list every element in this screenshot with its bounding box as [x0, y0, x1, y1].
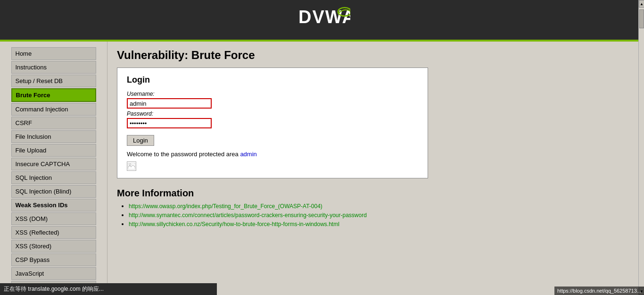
sidebar-item-csrf[interactable]: CSRF: [11, 117, 96, 129]
dvwa-logo: DVWA: [294, 3, 350, 36]
more-info-link[interactable]: http://www.sillychicken.co.nz/Security/h…: [129, 221, 339, 228]
logo-text: DVWA: [294, 3, 350, 36]
scrollbar[interactable]: ▲ ▼: [638, 0, 644, 295]
more-info-list-item: https://www.owasp.org/index.php/Testing_…: [129, 202, 635, 210]
sidebar-item-xss-dom[interactable]: XSS (DOM): [11, 212, 96, 225]
more-info-list-item: http://www.symantec.com/connect/articles…: [129, 211, 635, 219]
more-info-link[interactable]: http://www.symantec.com/connect/articles…: [129, 212, 367, 219]
username-group: Username:: [127, 91, 418, 109]
sidebar-item-csp-bypass[interactable]: CSP Bypass: [11, 253, 96, 266]
more-info-section: More Information https://www.owasp.org/i…: [117, 188, 635, 228]
bottom-url: https://blog.csdn.net/qq_56258713...: [554, 287, 644, 295]
header: DVWA: [0, 0, 644, 42]
sidebar-item-weak-session-ids[interactable]: Weak Session IDs: [11, 199, 96, 211]
sidebar-item-home[interactable]: Home: [11, 47, 96, 60]
sidebar-item-javascript[interactable]: JavaScript: [11, 267, 96, 280]
welcome-user: admin: [240, 151, 256, 158]
page-title: Vulnerability: Brute Force: [117, 49, 635, 62]
login-button[interactable]: Login: [127, 135, 154, 146]
sidebar-item-brute-force[interactable]: Brute Force: [11, 88, 96, 102]
password-label: Password:: [127, 110, 418, 117]
sidebar-item-xss-stored[interactable]: XSS (Stored): [11, 240, 96, 253]
sidebar-item-xss-reflected[interactable]: XSS (Reflected): [11, 226, 96, 239]
more-info-list-item: http://www.sillychicken.co.nz/Security/h…: [129, 220, 635, 228]
welcome-prefix: Welcome to the password protected area: [127, 151, 240, 158]
sidebar-item-sql-injection-blind[interactable]: SQL Injection (Blind): [11, 185, 96, 198]
more-info-links-list: https://www.owasp.org/index.php/Testing_…: [117, 202, 635, 228]
username-label: Username:: [127, 91, 418, 97]
more-info-link[interactable]: https://www.owasp.org/index.php/Testing_…: [129, 203, 322, 210]
image-placeholder: [127, 161, 136, 171]
sidebar-item-insecure-captcha[interactable]: Insecure CAPTCHA: [11, 158, 96, 170]
more-info-title: More Information: [117, 188, 635, 199]
login-box: Login Username: Password: Login Welcome …: [117, 67, 428, 178]
scrollbar-up[interactable]: ▲: [639, 0, 644, 8]
svg-point-4: [129, 164, 131, 166]
status-text: 正在等待 translate.google.com 的响应...: [4, 286, 104, 292]
welcome-message: Welcome to the password protected area a…: [127, 151, 418, 158]
sidebar-item-command-injection[interactable]: Command Injection: [11, 103, 96, 116]
sidebar-item-instructions[interactable]: Instructions: [11, 61, 96, 74]
username-input[interactable]: [127, 98, 212, 109]
status-bar: 正在等待 translate.google.com 的响应...: [0, 283, 217, 295]
sidebar-item-file-inclusion[interactable]: File Inclusion: [11, 130, 96, 143]
sidebar-item-sql-injection[interactable]: SQL Injection: [11, 171, 96, 184]
sidebar-item-file-upload[interactable]: File Upload: [11, 144, 96, 157]
login-title: Login: [127, 75, 418, 85]
url-text: https://blog.csdn.net/qq_56258713...: [557, 288, 641, 294]
sidebar-item-setup-reset-db[interactable]: Setup / Reset DB: [11, 75, 96, 87]
main-content: Vulnerability: Brute Force Login Usernam…: [107, 42, 644, 295]
password-group: Password:: [127, 110, 418, 128]
sidebar: HomeInstructionsSetup / Reset DBBrute Fo…: [0, 42, 107, 295]
password-input[interactable]: [127, 118, 212, 128]
scrollbar-thumb[interactable]: [639, 9, 644, 28]
